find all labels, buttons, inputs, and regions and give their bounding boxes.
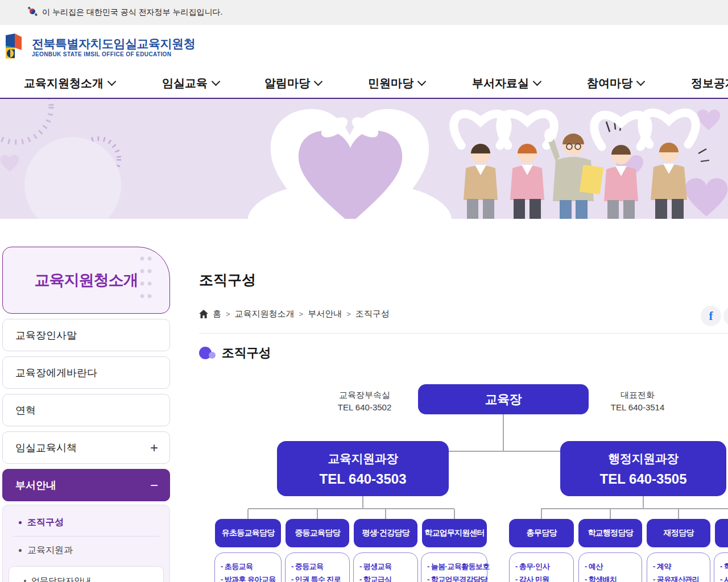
submenu-item-organization[interactable]: 조직구성 bbox=[9, 510, 164, 535]
org-team: 평생·건강담당 bbox=[354, 519, 417, 547]
share-button-partial[interactable] bbox=[723, 306, 728, 326]
site-title-en: JEONBUK STATE IMSIL OFFICE OF EDUCATION bbox=[32, 51, 195, 57]
facebook-icon: f bbox=[709, 309, 713, 323]
sidebar-item-history[interactable]: 연혁 bbox=[2, 394, 170, 426]
nav-item-education[interactable]: 임실교육 bbox=[162, 68, 219, 98]
sidebar-item-request[interactable]: 교육장에게바란다 bbox=[2, 356, 170, 389]
site-header: 전북특별자치도임실교육지원청 JEONBUK STATE IMSIL OFFIC… bbox=[0, 25, 728, 68]
connector-line bbox=[248, 508, 454, 509]
connector-line bbox=[541, 508, 728, 509]
breadcrumb-about[interactable]: 교육지원청소개 bbox=[235, 309, 295, 319]
nav-item-participation[interactable]: 참여마당 bbox=[587, 68, 644, 98]
org-team bbox=[715, 519, 728, 547]
org-note-left: 교육장부속실 TEL 640-3502 bbox=[308, 389, 421, 414]
org-box-superintendent: 교육장 bbox=[418, 384, 589, 414]
nav-item-civil[interactable]: 민원마당 bbox=[368, 68, 425, 98]
org-team: 중등교육담당 bbox=[286, 519, 349, 547]
submenu-divider bbox=[13, 536, 159, 537]
connector-line bbox=[610, 509, 611, 519]
breadcrumb-home[interactable]: 홈 bbox=[213, 309, 221, 319]
nav-item-notice[interactable]: 알림마당 bbox=[264, 68, 321, 98]
org-chart: 교육장부속실 TEL 640-3502 교육장 대표전화 TEL 640-351… bbox=[199, 375, 728, 582]
sidebar-title-box: 교육지원청소개 bbox=[2, 247, 170, 314]
connector-line bbox=[503, 414, 504, 452]
plus-icon[interactable]: + bbox=[150, 441, 158, 455]
gov-banner-text: 이 누리집은 대한민국 공식 전자정부 누리집입니다. bbox=[42, 7, 222, 18]
org-duties: - 총무·인사 - 감사 민원 bbox=[509, 552, 574, 582]
site-title-ko: 전북특별자치도임실교육지원청 bbox=[32, 37, 195, 50]
chevron-down-icon bbox=[212, 77, 221, 86]
org-team: 학교업무지원센터 bbox=[422, 519, 487, 547]
breadcrumb: 홈 > 교육지원청소개 > 부서안내 > 조직구성 bbox=[199, 309, 390, 319]
org-box-education-division: 교육지원과장 TEL 640-3503 bbox=[277, 441, 449, 496]
chevron-down-icon bbox=[314, 77, 323, 86]
org-duties: - 초등교육 - 방과후 유아교육 bbox=[214, 552, 282, 582]
connector-line bbox=[317, 509, 318, 519]
sidebar-deco-dots bbox=[139, 255, 154, 306]
connector-line bbox=[454, 509, 455, 519]
logo-mark-icon bbox=[5, 33, 26, 61]
sidebar-item-policy[interactable]: 임실교육시책 + bbox=[2, 431, 170, 464]
main-nav: 교육지원청소개 임실교육 알림마당 민원마당 부서자료실 참여마당 정보공개 bbox=[0, 68, 728, 99]
connector-line bbox=[541, 509, 542, 519]
home-icon[interactable] bbox=[199, 310, 208, 318]
section-heading: 조직구성 bbox=[199, 344, 271, 361]
submenu-item-staff-guide[interactable]: 업무담당자안내 bbox=[9, 566, 164, 582]
hero-illustration bbox=[0, 99, 728, 219]
org-duties: - 계약 - 공유재산관리 bbox=[647, 552, 710, 582]
chevron-down-icon bbox=[636, 77, 646, 86]
org-box-admin-division: 행정지원과장 TEL 640-3505 bbox=[560, 441, 726, 496]
connector-line bbox=[678, 509, 679, 519]
sidebar-item-greeting[interactable]: 교육장인사말 bbox=[2, 319, 170, 351]
org-team: 학교행정담당 bbox=[578, 519, 642, 547]
org-duties: - 중등교육 - 인권 특수 진로 bbox=[285, 552, 350, 582]
org-note-right: 대표전화 TEL 640-3514 bbox=[581, 389, 694, 414]
facebook-share-button[interactable]: f bbox=[701, 306, 721, 326]
sidebar-title: 교육지원청소개 bbox=[35, 270, 138, 290]
chevron-down-icon bbox=[107, 77, 117, 86]
sidebar: 교육지원청소개 교육장인사말 교육장에게바란다 연혁 임실교육시책 + 부서안내… bbox=[2, 247, 170, 582]
breadcrumb-departments[interactable]: 부서안내 bbox=[308, 309, 342, 319]
org-team: 총무담당 bbox=[509, 519, 574, 547]
org-team: 재정담당 bbox=[647, 519, 710, 547]
hero-banner bbox=[0, 99, 728, 219]
connector-line bbox=[362, 496, 363, 509]
connector-line bbox=[247, 509, 249, 519]
org-team: 유초등교육담당 bbox=[215, 519, 281, 547]
nav-item-materials[interactable]: 부서자료실 bbox=[472, 68, 540, 98]
gov-banner: 이 누리집은 대한민국 공식 전자정부 누리집입니다. bbox=[0, 0, 728, 25]
breadcrumb-current: 조직구성 bbox=[355, 309, 390, 319]
site-logo[interactable]: 전북특별자치도임실교육지원청 JEONBUK STATE IMSIL OFFIC… bbox=[5, 33, 195, 61]
minus-icon[interactable]: − bbox=[150, 479, 158, 492]
nav-item-about[interactable]: 교육지원청소개 bbox=[24, 68, 115, 98]
section-title: 조직구성 bbox=[222, 344, 271, 361]
sidebar-item-departments[interactable]: 부서안내 − bbox=[2, 469, 170, 501]
page: 이 누리집은 대한민국 공식 전자정부 누리집입니다. 전북특별자치도임실교육지… bbox=[0, 0, 728, 582]
connector-line bbox=[385, 509, 386, 519]
sidebar-submenu: 조직구성 교육지원과 업무담당자안내 bbox=[2, 505, 170, 582]
org-duties: - 평생교육 - 학교급식 bbox=[353, 552, 418, 582]
org-duties: - 학 - 시 bbox=[714, 552, 728, 582]
page-title: 조직구성 bbox=[199, 271, 256, 289]
org-duties: - 늘봄·교육활동보호 - 학교업무경감담당 bbox=[421, 552, 487, 582]
nav-item-disclosure[interactable]: 정보공개 bbox=[691, 68, 728, 98]
connector-line bbox=[643, 496, 644, 509]
chevron-down-icon bbox=[417, 77, 427, 86]
submenu-item-education-support[interactable]: 교육지원과 bbox=[9, 538, 164, 563]
korea-flag-icon bbox=[27, 6, 38, 19]
org-duties: - 예산 - 학생배치 bbox=[578, 552, 642, 582]
section-bullet-icon bbox=[199, 345, 218, 361]
content-divider bbox=[199, 333, 728, 334]
chevron-down-icon bbox=[533, 77, 542, 86]
